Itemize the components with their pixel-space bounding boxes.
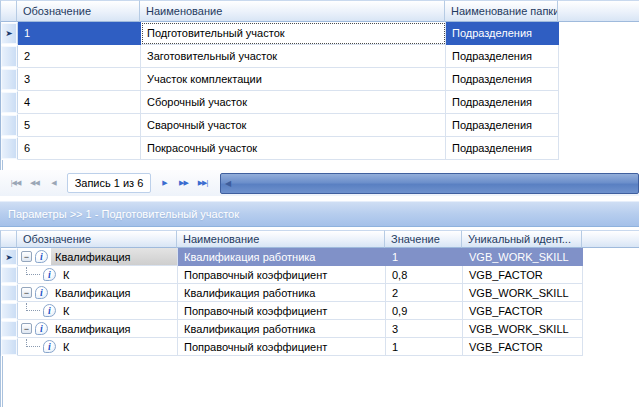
cell-folder[interactable]: Подразделения (446, 45, 559, 68)
row-indicator-cell[interactable] (1, 45, 18, 68)
row-indicator-cell[interactable] (1, 91, 18, 114)
nav-next-page-button[interactable]: ▶▶ (174, 175, 193, 191)
cell-name[interactable]: Поправочный коэффициент (178, 338, 386, 356)
cell-designation[interactable]: iК (18, 302, 178, 320)
cell-name[interactable]: Участок комплектации (141, 68, 446, 91)
nav-prev-button[interactable]: ◀ (44, 175, 63, 191)
cell-uid[interactable]: VGB_FACTOR (463, 266, 583, 284)
cell-name[interactable]: Заготовительный участок (141, 45, 446, 68)
collapse-button-icon[interactable]: − (21, 251, 32, 262)
row-indicator-cell[interactable]: ➤ (1, 248, 18, 266)
cell-name[interactable]: Квалификация работника (178, 248, 386, 266)
cell-name[interactable]: Сварочный участок (141, 114, 446, 137)
master-grid-empty-area (0, 160, 639, 170)
row-filler (583, 248, 639, 266)
cell-designation[interactable]: −iКвалификация (18, 284, 178, 302)
cell-value[interactable]: 1 (386, 248, 463, 266)
cell-uid[interactable]: VGB_FACTOR (463, 338, 583, 356)
cell-code[interactable]: 5 (18, 114, 141, 137)
nav-last-button[interactable]: ▶▶| (193, 175, 212, 191)
cell-value[interactable]: 3 (386, 320, 463, 338)
scrollbar-left-icon: ◀ (225, 179, 231, 188)
cell-value[interactable]: 0,8 (386, 266, 463, 284)
table-row[interactable]: 4Сборочный участокПодразделения (1, 91, 639, 114)
cell-name[interactable]: Сборочный участок (141, 91, 446, 114)
nav-next-button[interactable]: ▶ (155, 175, 174, 191)
row-indicator-cell[interactable] (1, 68, 18, 91)
tree-row[interactable]: iКПоправочный коэффициент0,8VGB_FACTOR (1, 266, 639, 284)
cell-designation[interactable]: iК (18, 266, 178, 284)
row-filler (559, 91, 639, 114)
row-indicator-cell[interactable] (1, 114, 18, 137)
table-row[interactable]: 3Участок комплектацииПодразделения (1, 68, 639, 91)
cell-value[interactable]: 0,9 (386, 302, 463, 320)
column-header-3[interactable]: Уникальный идент... (462, 230, 582, 248)
table-row[interactable]: 5Сварочный участокПодразделения (1, 114, 639, 137)
cell-code[interactable]: 4 (18, 91, 141, 114)
column-header-0[interactable]: Обозначение (17, 230, 177, 248)
cell-uid[interactable]: VGB_WORK_SKILL (463, 284, 583, 302)
collapse-button-icon[interactable]: − (21, 287, 32, 298)
cell-uid[interactable]: VGB_FACTOR (463, 302, 583, 320)
nav-prev-page-button[interactable]: ◀◀ (25, 175, 44, 191)
column-header-1[interactable]: Наименование (140, 0, 445, 22)
cell-code[interactable]: 1 (18, 22, 141, 45)
detail-grid-rows: ➤−iКвалификацияКвалификация работника1VG… (0, 248, 639, 356)
cell-value[interactable]: 2 (386, 284, 463, 302)
row-indicator-cell[interactable]: ➤ (1, 22, 18, 45)
tree-row[interactable]: −iКвалификацияКвалификация работника3VGB… (1, 320, 639, 338)
row-indicator-cell[interactable] (1, 284, 18, 302)
cell-name[interactable]: Покрасочный участок (141, 137, 446, 160)
table-row[interactable]: ➤1Подготовительный участокПодразделения (1, 22, 639, 45)
cell-folder[interactable]: Подразделения (446, 91, 559, 114)
header-indicator-cell (0, 230, 17, 248)
row-indicator-cell[interactable] (1, 137, 18, 160)
tree-row[interactable]: ➤−iКвалификацияКвалификация работника1VG… (1, 248, 639, 266)
cell-uid[interactable]: VGB_WORK_SKILL (463, 248, 583, 266)
tree-row[interactable]: −iКвалификацияКвалификация работника2VGB… (1, 284, 639, 302)
cell-designation[interactable]: −iКвалификация (18, 248, 178, 266)
cell-code[interactable]: 2 (18, 45, 141, 68)
row-indicator-cell[interactable] (1, 320, 18, 338)
cell-name[interactable]: Поправочный коэффициент (178, 266, 386, 284)
tree-row[interactable]: iКПоправочный коэффициент0,9VGB_FACTOR (1, 302, 639, 320)
cell-name[interactable]: Подготовительный участок (141, 22, 446, 45)
record-position-label: Запись 1 из 6 (67, 173, 151, 193)
cell-code[interactable]: 3 (18, 68, 141, 91)
cell-value[interactable]: 1 (386, 338, 463, 356)
row-indicator-cell[interactable] (1, 302, 18, 320)
collapse-button-icon[interactable]: − (21, 323, 32, 334)
header-filler (582, 230, 639, 248)
detail-caption-text: Параметры >> 1 - Подготовительный участо… (8, 208, 239, 220)
row-filler (559, 22, 639, 45)
row-indicator-cell[interactable] (1, 266, 18, 284)
cell-name[interactable]: Квалификация работника (178, 320, 386, 338)
cell-folder[interactable]: Подразделения (446, 114, 559, 137)
info-icon: i (35, 250, 48, 263)
master-grid-header: ОбозначениеНаименованиеНаименование папк… (0, 0, 639, 22)
row-filler (583, 302, 639, 320)
column-header-2[interactable]: Наименование папки (445, 0, 558, 22)
cell-code[interactable]: 6 (18, 137, 141, 160)
column-header-0[interactable]: Обозначение (17, 0, 140, 22)
tree-line-icon (26, 267, 40, 275)
nav-first-button[interactable]: |◀◀ (6, 175, 25, 191)
cell-uid[interactable]: VGB_WORK_SKILL (463, 320, 583, 338)
cell-folder[interactable]: Подразделения (446, 137, 559, 160)
column-header-2[interactable]: Значение (385, 230, 462, 248)
column-header-1[interactable]: Наименование (177, 230, 385, 248)
table-row[interactable]: 2Заготовительный участокПодразделения (1, 45, 639, 68)
cell-designation-text: Квалификация (51, 248, 177, 265)
row-indicator-cell[interactable] (1, 338, 18, 356)
cell-folder[interactable]: Подразделения (446, 22, 559, 45)
cell-designation[interactable]: −iКвалификация (18, 320, 178, 338)
cell-name[interactable]: Поправочный коэффициент (178, 302, 386, 320)
cell-name[interactable]: Квалификация работника (178, 284, 386, 302)
tree-row[interactable]: iКПоправочный коэффициент1VGB_FACTOR (1, 338, 639, 356)
table-row[interactable]: 6Покрасочный участокПодразделения (1, 137, 639, 160)
application-window: ОбозначениеНаименованиеНаименование папк… (0, 0, 639, 407)
horizontal-scrollbar-thumb[interactable]: ◀ (220, 173, 639, 194)
cell-folder[interactable]: Подразделения (446, 68, 559, 91)
cell-designation[interactable]: iК (18, 338, 178, 356)
row-filler (583, 266, 639, 284)
